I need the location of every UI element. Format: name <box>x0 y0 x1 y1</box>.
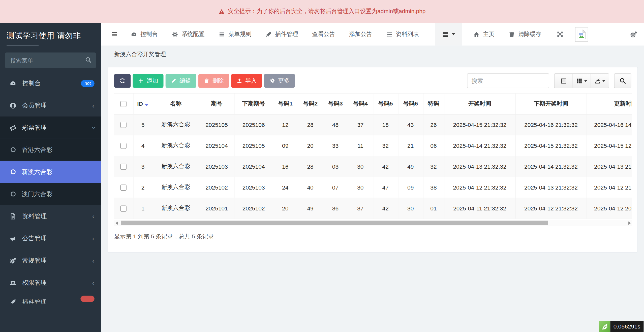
sidebar-menu: 控制台hot会员管理‹彩票管理‹香港六合彩新澳六合彩澳门六合彩资料管理‹公告管理… <box>0 72 101 304</box>
table-row[interactable]: 2新澳六合彩20251022025103244007304709382025-0… <box>114 177 632 198</box>
main-content: 新澳六合彩开奖管理 添加 编辑 删除 <box>101 46 644 332</box>
nav-tab-label: 查看公告 <box>312 30 335 38</box>
col-header: 特码 <box>423 93 444 114</box>
table-row[interactable]: 4新澳六合彩20251042025105092033113221062025-0… <box>114 135 632 156</box>
home-button[interactable]: 主页 <box>466 23 501 46</box>
nav-tab-label: 菜单规则 <box>228 30 251 38</box>
table-cell: 2025-04-12 21 <box>587 177 632 198</box>
columns-grid-icon <box>576 78 582 84</box>
export-button[interactable] <box>591 74 609 88</box>
nav-tab-add-notice[interactable]: 添加公告 <box>342 23 379 46</box>
chevron-left-icon: ‹ <box>92 213 95 220</box>
table-cell: 2025-04-11 21:32:32 <box>444 198 515 219</box>
col-header: 开奖时间 <box>444 93 515 114</box>
sidebar-item-data-manage[interactable]: 资料管理‹ <box>0 205 101 227</box>
sidebar-item-xinao-lottery[interactable]: 新澳六合彩 <box>0 161 101 183</box>
sidebar-item-hk-lottery[interactable]: 香港六合彩 <box>0 139 101 161</box>
bars-icon <box>219 31 225 38</box>
sidebar-item-macau-lottery[interactable]: 澳门六合彩 <box>0 183 101 205</box>
sidebar-item-general-manage[interactable]: 常规管理‹ <box>0 249 101 272</box>
col-header: 号码3 <box>323 93 348 114</box>
col-header: 号码2 <box>298 93 323 114</box>
rocket-icon <box>265 31 272 38</box>
more-button[interactable]: 更多 <box>264 74 295 88</box>
row-checkbox[interactable] <box>120 143 127 149</box>
table-cell: 2025-04-16 14 <box>587 114 632 135</box>
sidebar-item-label: 会员管理 <box>22 101 47 109</box>
refresh-button[interactable] <box>114 74 131 88</box>
scroll-left-arrow[interactable] <box>115 221 118 225</box>
clear-cache-button[interactable]: 清除缓存 <box>502 23 548 46</box>
search-button[interactable] <box>614 73 631 88</box>
nav-tab-console[interactable]: 控制台 <box>124 23 165 46</box>
table-cell: 37 <box>348 114 373 135</box>
edit-button[interactable]: 编辑 <box>166 74 196 88</box>
horizontal-scrollbar <box>114 220 632 226</box>
row-checkbox[interactable] <box>120 164 127 170</box>
table-cell: 2 <box>133 177 153 198</box>
table-row[interactable]: 5新澳六合彩20251052025106122848371843262025-0… <box>114 114 632 135</box>
col-header[interactable]: ID <box>133 93 153 114</box>
sidebar-item-label: 公告管理 <box>22 234 47 242</box>
thinkphp-leaf-icon[interactable] <box>599 321 610 332</box>
table-cell: 2025103 <box>199 156 235 177</box>
table-row[interactable]: 1新澳六合彩20251012025102204936374230012025-0… <box>114 198 632 219</box>
row-checkbox[interactable] <box>120 185 127 191</box>
nav-tab-view-notice[interactable]: 查看公告 <box>305 23 342 46</box>
gauge-icon <box>131 31 137 38</box>
add-button[interactable]: 添加 <box>133 74 163 88</box>
gear-icon <box>269 78 275 84</box>
sidebar-item-member-manage[interactable]: 会员管理‹ <box>0 94 101 117</box>
menu-search-input[interactable] <box>5 53 96 68</box>
delete-button[interactable]: 删除 <box>198 74 229 88</box>
top-navbar: 控制台系统配置菜单规则插件管理查看公告添加公告资料列表 主页 清除缓存 <box>101 23 644 46</box>
table-cell: 21 <box>398 135 423 156</box>
gears-icon <box>8 257 17 264</box>
scroll-right-arrow[interactable] <box>628 221 631 225</box>
table-cell: 28 <box>298 156 323 177</box>
table-cell: 2025102 <box>199 177 235 198</box>
nav-tab-label: 系统配置 <box>181 30 204 38</box>
chevron-left-icon: ‹ <box>92 235 95 242</box>
table-cell: 12 <box>273 114 298 135</box>
columns-button[interactable] <box>573 74 591 88</box>
table-cell: 2025105 <box>234 135 273 156</box>
sidebar-item-label: 香港六合彩 <box>22 146 52 154</box>
detail-view-button[interactable] <box>555 74 573 88</box>
title-underline <box>7 45 39 46</box>
list-ul-icon <box>386 31 393 38</box>
nav-tab-system-config[interactable]: 系统配置 <box>165 23 211 46</box>
nav-tab-addon-manage[interactable]: 插件管理 <box>258 23 305 46</box>
table-cell: 16 <box>273 156 298 177</box>
sidebar-toggle-button[interactable] <box>101 23 124 46</box>
table-cell: 49 <box>398 156 423 177</box>
sidebar-item-notice-manage[interactable]: 公告管理‹ <box>0 227 101 249</box>
col-header: 名称 <box>153 93 199 114</box>
scrollbar-thumb[interactable] <box>121 221 548 225</box>
tabs-dropdown-button[interactable] <box>435 23 462 46</box>
pagination-summary: 显示第 1 到第 5 条记录，总共 5 条记录 <box>114 233 631 240</box>
sidebar-item-label: 插件管理 <box>22 299 47 304</box>
fullscreen-button[interactable] <box>551 23 569 46</box>
import-button[interactable]: 导入 <box>231 74 262 88</box>
nav-tab-data-list[interactable]: 资料列表 <box>379 23 426 46</box>
sidebar-item-dashboard[interactable]: 控制台hot <box>0 72 101 94</box>
nav-tab-menu-rules[interactable]: 菜单规则 <box>211 23 258 46</box>
select-all-checkbox[interactable] <box>120 101 127 107</box>
table-search-input[interactable] <box>467 73 549 88</box>
avatar[interactable] <box>575 27 588 42</box>
row-checkbox[interactable] <box>120 206 127 212</box>
sidebar-item-auth-manage[interactable]: 权限管理‹ <box>0 272 101 294</box>
settings-gears-icon[interactable] <box>630 30 644 38</box>
table-cell: 37 <box>348 198 373 219</box>
refresh-icon <box>119 78 125 84</box>
row-checkbox[interactable] <box>120 122 127 128</box>
sidebar-item-label: 权限管理 <box>22 279 47 286</box>
table-cell: 1 <box>133 198 153 219</box>
nav-tab-label: 资料列表 <box>396 30 419 38</box>
sidebar-item-addon-manage[interactable]: 插件管理 <box>0 294 101 304</box>
edit-label: 编辑 <box>179 77 191 84</box>
table-row[interactable]: 3新澳六合彩20251032025104162803304249322025-0… <box>114 156 632 177</box>
sidebar-item-lottery-manage[interactable]: 彩票管理‹ <box>0 117 101 139</box>
chevron-left-icon: ‹ <box>92 279 95 286</box>
